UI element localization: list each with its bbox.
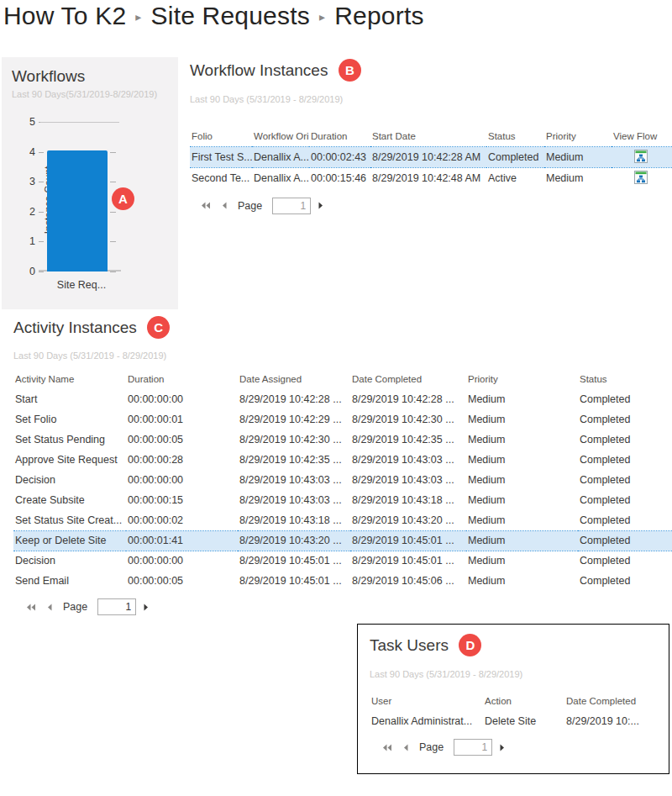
table-row[interactable]: Set Status Site Creat... 00:00:00:02 8/2…: [13, 510, 672, 530]
cell-status: Completed: [578, 450, 672, 470]
cell-duration: 00:00:00:05: [126, 571, 238, 591]
column-header-action[interactable]: Action: [483, 693, 564, 711]
column-header-date-completed[interactable]: Date Completed: [350, 371, 466, 389]
next-page-button[interactable]: [318, 201, 324, 210]
activity-instances-subtitle: Last 90 Days (5/31/2019 - 8/29/2019): [13, 351, 672, 361]
task-users-subtitle: Last 90 Days (5/31/2019 - 8/29/2019): [370, 669, 669, 679]
workflow-instances-section: Workflow Instances B Last 90 Days (5/31/…: [190, 61, 672, 214]
table-row[interactable]: Set Folio 00:00:00:01 8/29/2019 10:42:29…: [13, 409, 672, 430]
cell-date-assigned: 8/29/2019 10:43:18 ...: [238, 510, 350, 530]
cell-priority: Medium: [466, 430, 578, 450]
page-label: Page: [238, 200, 262, 212]
column-header-workflow[interactable]: Workflow Ori...: [252, 128, 309, 147]
column-header-duration[interactable]: Duration: [309, 128, 370, 147]
table-row[interactable]: Start 00:00:00:00 8/29/2019 10:42:28 ...…: [13, 389, 672, 409]
cell-duration: 00:00:15:46: [309, 168, 370, 189]
first-page-icon: [200, 201, 211, 210]
column-header-user[interactable]: User: [370, 693, 483, 711]
page-label: Page: [419, 741, 444, 753]
prev-page-button[interactable]: [402, 743, 409, 752]
cell-date-completed: 8/29/2019 10:42:35 ...: [350, 430, 466, 450]
cell-activity-name: Set Status Pending: [13, 430, 126, 450]
cell-status: Completed: [578, 490, 672, 510]
breadcrumb-item-reports[interactable]: Reports: [334, 2, 423, 30]
cell-status: Completed: [486, 147, 544, 168]
task-users-table: User Action Date Completed Denallix Admi…: [370, 693, 662, 731]
activity-instances-header-row: Activity Name Duration Date Assigned Dat…: [13, 371, 672, 389]
page-input[interactable]: [272, 198, 311, 214]
first-page-button[interactable]: [25, 603, 36, 612]
prev-page-button[interactable]: [221, 201, 228, 210]
table-row[interactable]: Keep or Delete Site 00:00:01:41 8/29/201…: [13, 530, 672, 551]
cell-status: Active: [486, 168, 544, 189]
activity-instances-section: Activity Instances C Last 90 Days (5/31/…: [13, 318, 672, 615]
cell-status: Completed: [578, 389, 672, 409]
cell-folio: Second Te...: [190, 168, 252, 189]
workflow-instances-table: Folio Workflow Ori... Duration Start Dat…: [190, 128, 672, 189]
cell-date-assigned: 8/29/2019 10:43:03 ...: [238, 490, 350, 510]
column-header-folio[interactable]: Folio: [190, 128, 252, 147]
cell-date-completed: 8/29/2019 10:43:03 ...: [350, 470, 466, 490]
table-row[interactable]: Denallix Administrat... Delete Site 8/29…: [370, 711, 662, 731]
site-requests-bar[interactable]: [47, 150, 108, 271]
cell-date-assigned: 8/29/2019 10:45:01 ...: [238, 571, 350, 591]
view-flow-icon: [634, 150, 648, 163]
next-page-button[interactable]: [499, 743, 506, 752]
cell-date-completed: 8/29/2019 10:45:06 ...: [350, 571, 466, 591]
workflow-instances-header-row: Folio Workflow Ori... Duration Start Dat…: [190, 128, 672, 147]
column-header-duration[interactable]: Duration: [126, 371, 238, 389]
page-label: Page: [63, 601, 87, 613]
column-header-priority[interactable]: Priority: [466, 371, 578, 389]
table-row[interactable]: Approve Site Request 00:00:00:28 8/29/20…: [13, 450, 672, 470]
column-header-start-date[interactable]: Start Date: [370, 128, 486, 147]
cell-status: Completed: [578, 470, 672, 490]
first-page-button[interactable]: [200, 201, 211, 210]
cell-priority: Medium: [466, 571, 578, 591]
cell-date-assigned: 8/29/2019 10:45:01 ...: [238, 551, 350, 571]
view-flow-button[interactable]: [612, 147, 672, 168]
breadcrumb-item-how-to-k2[interactable]: How To K2: [3, 2, 126, 30]
page-input[interactable]: [97, 598, 136, 615]
activity-instances-pager: Page: [13, 598, 672, 615]
cell-date-assigned: 8/29/2019 10:43:20 ...: [238, 530, 350, 551]
table-row[interactable]: Second Te... Denallix A... 00:00:15:46 8…: [190, 168, 672, 189]
table-row[interactable]: Decision 00:00:00:00 8/29/2019 10:43:03 …: [13, 470, 672, 490]
workflow-instances-pager: Page: [190, 198, 672, 214]
view-flow-icon: [634, 171, 648, 184]
table-row[interactable]: Set Status Pending 00:00:00:05 8/29/2019…: [13, 430, 672, 450]
table-row[interactable]: Send Email 00:00:00:05 8/29/2019 10:45:0…: [13, 571, 672, 591]
column-header-activity-name[interactable]: Activity Name: [13, 371, 126, 389]
cell-activity-name: Set Status Site Creat...: [13, 510, 126, 530]
task-users-header-row: User Action Date Completed: [370, 693, 662, 711]
page-input[interactable]: [454, 739, 492, 756]
breadcrumb-item-site-requests[interactable]: Site Requests: [151, 2, 310, 30]
column-header-view-flow[interactable]: View Flow: [612, 128, 672, 147]
cell-date-completed: 8/29/2019 10:43:18 ...: [350, 490, 466, 510]
cell-date-assigned: 8/29/2019 10:42:30 ...: [238, 430, 350, 450]
task-users-panel: Task Users D Last 90 Days (5/31/2019 - 8…: [357, 624, 669, 774]
table-row[interactable]: Decision 00:00:00:00 8/29/2019 10:45:01 …: [13, 551, 672, 571]
prev-page-icon: [402, 743, 409, 752]
table-row[interactable]: Create Subsite 00:00:00:15 8/29/2019 10:…: [13, 490, 672, 510]
next-page-icon: [318, 201, 324, 210]
cell-date-completed: 8/29/2019 10:43:20 ...: [350, 510, 466, 530]
cell-priority: Medium: [466, 389, 578, 409]
column-header-status[interactable]: Status: [486, 128, 544, 147]
cell-duration: 00:00:00:00: [126, 389, 238, 409]
cell-date-assigned: 8/29/2019 10:42:35 ...: [238, 450, 350, 470]
table-row[interactable]: First Test S... Denallix A... 00:00:02:4…: [190, 147, 672, 168]
column-header-date-completed[interactable]: Date Completed: [564, 693, 662, 711]
view-flow-button[interactable]: [612, 168, 672, 189]
cell-activity-name: Set Folio: [13, 409, 126, 430]
report-page: How To K2 ▸ Site Requests ▸ Reports Work…: [0, 0, 672, 796]
cell-activity-name: Keep or Delete Site: [13, 530, 126, 551]
next-page-button[interactable]: [143, 603, 150, 612]
prev-page-button[interactable]: [46, 603, 53, 612]
column-header-priority[interactable]: Priority: [544, 128, 612, 147]
column-header-date-assigned[interactable]: Date Assigned: [238, 371, 350, 389]
cell-priority: Medium: [544, 147, 612, 168]
cell-duration: 00:00:00:00: [126, 551, 238, 571]
first-page-button[interactable]: [381, 743, 392, 752]
column-header-status[interactable]: Status: [578, 371, 672, 389]
cell-date-completed: 8/29/2019 10:45:01 ...: [350, 530, 466, 551]
